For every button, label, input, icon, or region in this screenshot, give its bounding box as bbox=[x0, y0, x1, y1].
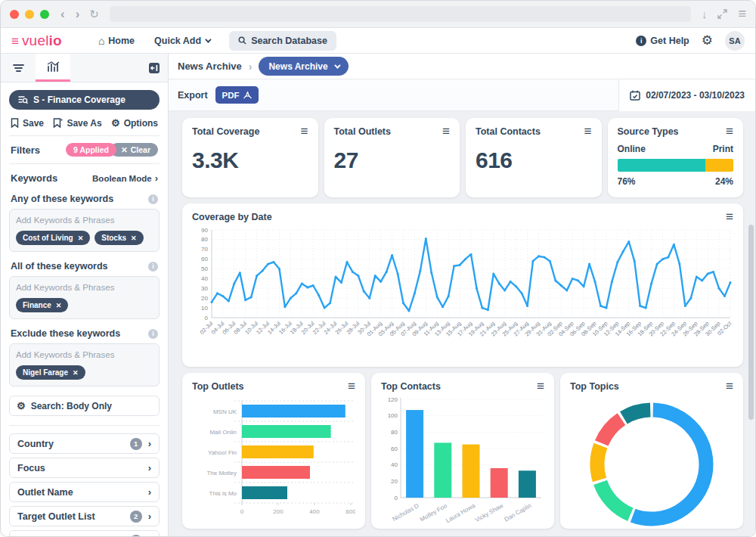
filters-sidebar: S - Finance Coverage Save S bbox=[1, 54, 169, 536]
keyword-tag[interactable]: Nigel Farage✕ bbox=[16, 365, 85, 380]
filter-count-badge: 1 bbox=[130, 438, 142, 450]
card-menu-icon[interactable]: ≡ bbox=[537, 381, 544, 392]
keyword-placeholder: Add Keywords & Phrases bbox=[16, 350, 153, 359]
keyword-placeholder: Add Keywords & Phrases bbox=[16, 216, 153, 225]
svg-text:90: 90 bbox=[201, 227, 208, 234]
filter-row-country[interactable]: Country1› bbox=[9, 433, 160, 454]
info-icon[interactable]: i bbox=[148, 262, 158, 272]
kpi-value: 27 bbox=[334, 147, 451, 173]
remove-tag-icon[interactable]: ✕ bbox=[56, 302, 62, 309]
settings-gear-icon[interactable]: ⚙ bbox=[702, 33, 713, 48]
search-scope-label: Search: Body Only bbox=[31, 401, 112, 411]
remove-tag-icon[interactable]: ✕ bbox=[131, 234, 137, 242]
search-scope-button[interactable]: ⚙ Search: Body Only bbox=[9, 396, 160, 416]
keyword-tag-label: Stocks bbox=[101, 234, 126, 242]
options-gear-icon: ⚙ bbox=[111, 117, 120, 129]
breadcrumb-root[interactable]: News Archive bbox=[178, 61, 242, 72]
search-database-button[interactable]: Search Database bbox=[229, 31, 336, 51]
tab-filters[interactable] bbox=[1, 54, 36, 82]
export-toolbar: Export PDF 02/07/2023 - 03/10/2023 bbox=[169, 79, 755, 111]
user-avatar[interactable]: SA bbox=[725, 31, 745, 51]
bar-chart-icon bbox=[47, 61, 60, 72]
browser-chrome: ‹ › ↻ ↓ ≡ bbox=[1, 1, 755, 28]
svg-text:20: 20 bbox=[391, 478, 398, 485]
nav-quick-add[interactable]: Quick Add bbox=[154, 36, 209, 46]
applied-count-badge: 9 Applied bbox=[66, 143, 116, 157]
close-window-button[interactable] bbox=[10, 10, 19, 19]
get-help-button[interactable]: i Get Help bbox=[636, 36, 689, 46]
filter-row-rank[interactable]: Rank3› bbox=[9, 530, 160, 536]
keyword-tag[interactable]: Cost of Living✕ bbox=[16, 231, 90, 245]
reload-icon[interactable]: ↻ bbox=[85, 8, 104, 21]
search-database-label: Search Database bbox=[251, 36, 327, 46]
card-menu-icon[interactable]: ≡ bbox=[442, 126, 450, 137]
boolean-mode-link[interactable]: Boolean Mode › bbox=[92, 173, 158, 183]
keyword-input-any[interactable]: Add Keywords & Phrases Cost of Living✕St… bbox=[9, 209, 160, 252]
saved-search-pill[interactable]: S - Finance Coverage bbox=[9, 90, 160, 110]
download-icon[interactable]: ↓ bbox=[702, 8, 708, 20]
clear-filters-button[interactable]: ✕Clear bbox=[110, 143, 158, 157]
card-menu-icon[interactable]: ≡ bbox=[726, 381, 733, 392]
keyword-input-exclude[interactable]: Add Keywords & Phrases Nigel Farage✕ bbox=[9, 343, 160, 386]
card-menu-icon[interactable]: ≡ bbox=[584, 126, 592, 137]
filter-row-outlet-name[interactable]: Outlet Name› bbox=[9, 482, 160, 502]
card-title: Total Coverage bbox=[192, 126, 259, 137]
filter-row-focus[interactable]: Focus› bbox=[9, 458, 160, 478]
chevron-right-icon: › bbox=[155, 173, 158, 183]
back-icon[interactable]: ‹ bbox=[55, 8, 70, 20]
save-as-label: Save As bbox=[67, 118, 101, 129]
maximize-window-button[interactable] bbox=[40, 10, 49, 19]
info-icon[interactable]: i bbox=[148, 329, 158, 339]
coverage-by-date-card: Coverage by Date ≡ 010203040506070809002… bbox=[182, 203, 743, 367]
filters-header-row: Filters 9 Applied ✕Clear bbox=[9, 136, 160, 164]
minimize-window-button[interactable] bbox=[25, 10, 34, 19]
svg-text:Nicholas D: Nicholas D bbox=[392, 502, 420, 523]
source-type-pct-online: 76% bbox=[618, 176, 636, 187]
filter-row-target-outlet-list[interactable]: Target Outlet List2› bbox=[9, 506, 160, 526]
vuelio-logo[interactable]: ≡ vuelio bbox=[11, 33, 62, 49]
svg-text:Motley Foo: Motley Foo bbox=[419, 502, 448, 523]
filter-row-label: Country bbox=[17, 439, 54, 449]
export-pdf-button[interactable]: PDF bbox=[215, 86, 259, 104]
top-outlets-bar-chart: MSN UKMail OnlinYahoo! FinThe MotleyThis… bbox=[192, 396, 355, 522]
info-icon[interactable]: i bbox=[148, 194, 158, 204]
url-bar[interactable] bbox=[110, 6, 691, 22]
save-button[interactable]: Save bbox=[11, 118, 44, 129]
remove-tag-icon[interactable]: ✕ bbox=[73, 369, 79, 377]
card-menu-icon[interactable]: ≡ bbox=[348, 381, 355, 392]
expand-icon[interactable] bbox=[717, 9, 727, 19]
card-title: Total Outlets bbox=[334, 126, 391, 137]
date-range-picker[interactable]: 02/07/2023 - 03/10/2023 bbox=[618, 79, 755, 111]
card-menu-icon[interactable]: ≡ bbox=[301, 126, 308, 137]
keyword-tag[interactable]: Stocks✕ bbox=[94, 231, 143, 245]
keyword-tag-label: Cost of Living bbox=[23, 234, 73, 242]
top-outlets-card: Top Outlets ≡ MSN UKMail OnlinYahoo! Fin… bbox=[182, 373, 365, 529]
filter-row-label: Target Outlet List bbox=[17, 511, 95, 522]
card-menu-icon[interactable]: ≡ bbox=[726, 126, 733, 137]
browser-menu-icon[interactable]: ≡ bbox=[738, 6, 746, 22]
filter-row-list: Country1›Focus›Outlet Name›Target Outlet… bbox=[9, 433, 160, 536]
source-types-card: Source Types ≡ Online Print 76% 24% bbox=[608, 118, 744, 197]
forward-icon[interactable]: › bbox=[70, 8, 85, 20]
card-title: Top Outlets bbox=[192, 381, 244, 392]
save-as-button[interactable]: Save As bbox=[53, 118, 101, 129]
svg-text:120: 120 bbox=[388, 396, 398, 403]
dashboard-selector[interactable]: News Archive bbox=[259, 57, 348, 76]
kpi-value: 616 bbox=[476, 147, 592, 173]
collapse-sidebar-button[interactable] bbox=[148, 62, 160, 74]
remove-tag-icon[interactable]: ✕ bbox=[78, 234, 84, 242]
close-icon: ✕ bbox=[121, 145, 128, 154]
dashboard-scrollbar-thumb[interactable] bbox=[748, 225, 754, 420]
card-menu-icon[interactable]: ≡ bbox=[726, 212, 733, 222]
top-contacts-card: Top Contacts ≡ 020406080100120Nicholas D… bbox=[371, 373, 554, 529]
keyword-group-label: Exclude these keywords i bbox=[11, 328, 158, 339]
tab-analytics[interactable] bbox=[36, 54, 70, 82]
keyword-tag[interactable]: Finance✕ bbox=[16, 298, 68, 312]
nav-home[interactable]: ⌂ Home bbox=[98, 35, 135, 47]
keyword-input-all[interactable]: Add Keywords & Phrases Finance✕ bbox=[9, 276, 160, 319]
chevron-down-icon bbox=[334, 62, 340, 68]
kpi-card-total-contacts: Total Contacts ≡ 616 bbox=[466, 118, 602, 197]
saved-search-icon bbox=[18, 95, 28, 104]
svg-text:40: 40 bbox=[201, 275, 208, 282]
options-button[interactable]: ⚙ Options bbox=[111, 117, 158, 129]
